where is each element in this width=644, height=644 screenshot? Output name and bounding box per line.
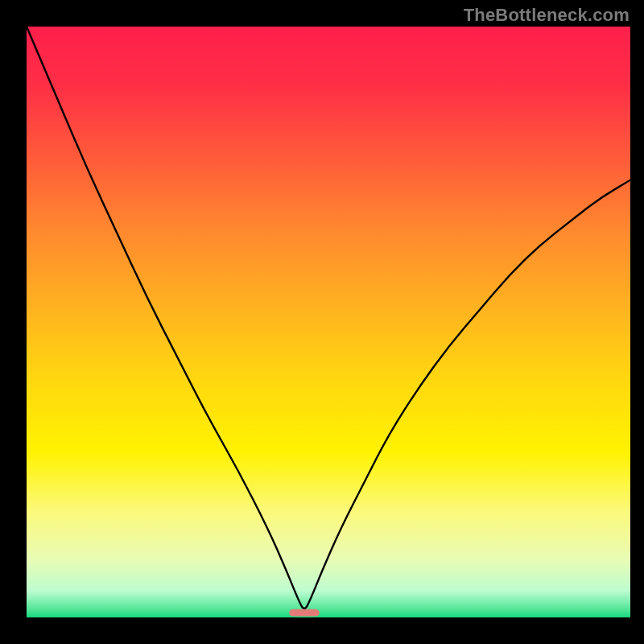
optimal-marker: [289, 609, 320, 617]
chart-frame: TheBottleneck.com: [0, 0, 644, 644]
plot-background: [27, 27, 630, 617]
bottleneck-chart: [0, 0, 644, 644]
